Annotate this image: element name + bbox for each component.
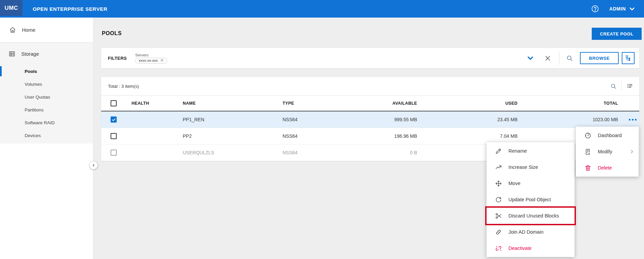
select-all-checkbox[interactable] xyxy=(111,100,117,106)
filters-expand-chevron-down-icon[interactable] xyxy=(526,54,534,62)
table-header-row: HEALTH NAME TYPE AVAILABLE USED TOTAL xyxy=(101,96,639,111)
sidebar-item-label: Volumes xyxy=(25,82,42,87)
sidebar-item-volumes[interactable]: Volumes xyxy=(0,78,93,90)
menu-item-label: Discard Unused Blocks xyxy=(508,213,559,218)
sidebar-item-label: Home xyxy=(22,27,35,33)
sidebar-item-label: Software RAID xyxy=(25,120,55,125)
admin-chevron-down-icon[interactable] xyxy=(629,6,635,12)
gauge-icon xyxy=(584,132,591,139)
menu-item-dashboard[interactable]: Dashboard xyxy=(576,127,639,144)
sidebar: Home Storage Pools xyxy=(0,18,93,259)
column-header-type: TYPE xyxy=(283,101,337,106)
total-count: Total : 3 item(s) xyxy=(108,84,139,89)
menu-item-discard-unused-blocks[interactable]: Discard Unused Blocks xyxy=(487,208,575,224)
menu-item-label: Move xyxy=(508,181,520,186)
row-actions-menu: Dashboard Modify xyxy=(576,127,639,177)
menu-item-label: Modify xyxy=(598,149,612,154)
chip-close-icon[interactable] xyxy=(160,58,164,62)
row-checkbox[interactable] xyxy=(111,133,117,139)
sidebar-item-software-raid[interactable]: Software RAID xyxy=(0,116,93,129)
divider xyxy=(559,51,559,65)
sidebar-item-label: Pools xyxy=(25,69,37,74)
chain-link-icon xyxy=(495,229,502,236)
menu-item-label: Dashboard xyxy=(598,133,622,138)
server-chip-value: xxxx-xx-xxx xyxy=(139,58,158,62)
menu-item-deactivate[interactable]: Deactivate xyxy=(487,240,575,256)
table-row-pp1-ren[interactable]: PP1_REN NSS64 999.55 MB 23.45 MB 1023.00… xyxy=(101,111,639,128)
pool-used: 7.04 MB xyxy=(417,133,518,139)
pool-total: 1023.00 MB xyxy=(518,117,618,122)
table-search-icon[interactable] xyxy=(610,83,617,89)
pool-available: 999.55 MB xyxy=(337,117,417,122)
move-arrows-icon xyxy=(495,180,502,187)
filters-search-icon[interactable] xyxy=(566,55,573,62)
product-title: OPEN ENTERPRISE SERVER xyxy=(33,0,107,18)
pool-name: USERQULZLS xyxy=(183,150,283,155)
menu-item-update-pool-object[interactable]: Update Pool Object xyxy=(487,191,575,208)
menu-item-label: Deactivate xyxy=(508,245,532,251)
servers-filter-label: Servers xyxy=(135,53,167,57)
menu-item-delete[interactable]: Delete xyxy=(576,160,639,176)
pool-available: 0 B xyxy=(337,150,417,155)
broken-link-icon xyxy=(495,245,502,252)
sidebar-item-partitions[interactable]: Partitions xyxy=(0,103,93,116)
menu-item-rename[interactable]: Rename xyxy=(487,143,575,159)
pool-type: NSS64 xyxy=(283,117,337,122)
sidebar-item-user-quotas[interactable]: User Quotas xyxy=(0,90,93,103)
table-toolbar: Total : 3 item(s) xyxy=(101,77,639,96)
column-header-name: NAME xyxy=(183,101,283,106)
pool-type: NSS64 xyxy=(283,150,337,155)
menu-item-label: Delete xyxy=(598,165,612,171)
servers-filter-group: Servers xxxx-xx-xxx xyxy=(135,53,167,63)
pool-used: 23.45 MB xyxy=(417,117,518,122)
admin-menu[interactable]: ADMIN xyxy=(609,6,626,11)
umc-logo[interactable]: UMC xyxy=(0,0,23,16)
sidebar-item-home[interactable]: Home xyxy=(0,18,93,43)
pool-available: 196.96 MB xyxy=(337,133,417,139)
create-pool-button[interactable]: CREATE POOL xyxy=(592,28,642,40)
menu-item-modify[interactable]: Modify xyxy=(576,144,639,160)
sidebar-item-label: Storage xyxy=(21,51,39,57)
storage-icon xyxy=(8,50,16,57)
home-icon xyxy=(9,26,16,33)
pool-type: NSS64 xyxy=(283,133,337,139)
row-checkbox-checked[interactable] xyxy=(111,116,117,123)
row-checkbox-cell xyxy=(101,133,125,139)
row-actions-ellipsis-icon[interactable] xyxy=(618,119,639,121)
tree-view-button[interactable] xyxy=(622,52,635,64)
table-tools xyxy=(610,81,633,91)
sidebar-item-storage[interactable]: Storage xyxy=(0,43,93,65)
help-icon[interactable] xyxy=(591,5,599,13)
check-icon xyxy=(112,118,116,122)
sidebar-collapse-button[interactable] xyxy=(90,161,97,169)
app-window: UMC OPEN ENTERPRISE SERVER ADMIN xyxy=(0,0,644,259)
page-title: POOLS xyxy=(102,30,122,36)
row-checkbox-cell xyxy=(101,116,125,123)
divider xyxy=(621,81,622,91)
pool-context-menu: Rename Increase Size Move xyxy=(487,142,575,257)
menu-item-move[interactable]: Move xyxy=(487,175,575,191)
pencil-icon xyxy=(495,148,502,155)
list-view-icon[interactable] xyxy=(626,83,633,89)
active-indicator xyxy=(0,66,2,76)
server-filter-chip[interactable]: xxxx-xx-xxx xyxy=(135,58,167,63)
row-checkbox-cell xyxy=(101,150,125,156)
top-bar: UMC OPEN ENTERPRISE SERVER ADMIN xyxy=(0,0,644,18)
column-header-used: USED xyxy=(417,101,518,106)
menu-item-label: Increase Size xyxy=(508,164,538,170)
row-checkbox[interactable] xyxy=(111,150,117,156)
filters-clear-close-icon[interactable] xyxy=(545,55,551,61)
menu-item-increase-size[interactable]: Increase Size xyxy=(487,159,575,175)
sidebar-item-devices[interactable]: Devices xyxy=(0,129,93,142)
column-header-total: TOTAL xyxy=(518,101,618,106)
refresh-icon xyxy=(495,196,502,203)
topbar-right: ADMIN xyxy=(591,0,635,18)
menu-item-label: Rename xyxy=(508,148,527,154)
filters-label: FILTERS xyxy=(108,56,127,61)
sidebar-item-pools[interactable]: Pools xyxy=(0,65,93,78)
sidebar-item-label: Devices xyxy=(25,133,41,138)
menu-item-join-ad-domain[interactable]: Join AD Domain xyxy=(487,224,575,240)
scissors-icon xyxy=(495,212,502,219)
chevron-left-icon xyxy=(92,163,95,167)
browse-button[interactable]: BROWSE xyxy=(580,52,619,64)
